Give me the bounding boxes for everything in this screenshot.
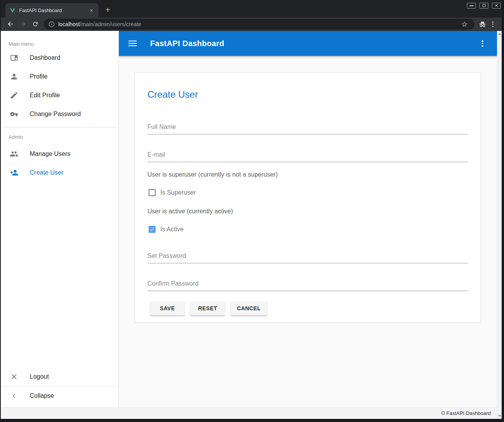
reset-button[interactable]: RESET [190, 301, 225, 315]
back-arrow-icon [7, 20, 14, 28]
sidebar-item-label: Manage Users [30, 150, 70, 157]
is-superuser-label: Is Superuser [160, 189, 196, 196]
sidebar-item-logout[interactable]: Logout [1, 367, 118, 386]
sidebar-item-profile[interactable]: Profile [1, 67, 118, 86]
close-icon [9, 372, 19, 381]
pencil-icon [9, 91, 19, 100]
browser-titlebar: FastAPI Dashboard ✕ + ✕ [1, 0, 502, 18]
save-button[interactable]: SAVE [150, 301, 185, 315]
scroll-down-arrow-icon[interactable] [498, 415, 501, 417]
app-title: FastAPI Dashboard [150, 39, 224, 48]
star-outline-icon [461, 21, 468, 28]
sidebar-item-dashboard[interactable]: Dashboard [1, 48, 118, 67]
sidebar-section-label-admin: Admin [1, 127, 118, 145]
tab-title: FastAPI Dashboard [19, 8, 88, 13]
create-user-card: Create User User is superuser (currently… [135, 72, 481, 323]
url-host: localhost [58, 21, 80, 27]
forward-arrow-icon [19, 20, 27, 28]
browser-tab[interactable]: FastAPI Dashboard ✕ [5, 3, 99, 18]
kebab-menu-icon [482, 40, 483, 47]
page-title: Create User [147, 73, 468, 100]
copyright-text: © FastAPI Dashboard [441, 410, 491, 416]
browser-toolbar: localhost/main/admin/users/create [1, 18, 502, 31]
browser-window: FastAPI Dashboard ✕ + ✕ [0, 0, 504, 422]
url-path: /main/admin/users/create [80, 21, 141, 27]
group-icon [9, 149, 19, 159]
info-icon [48, 21, 55, 27]
window-controls: ✕ [467, 3, 501, 9]
checkbox-checked-icon[interactable] [149, 226, 156, 233]
person-icon [9, 72, 19, 81]
is-superuser-checkbox-row[interactable]: Is Superuser [149, 189, 468, 197]
sidebar-item-label: Collapse [30, 392, 54, 399]
sidebar-item-create-user[interactable]: Create User [1, 163, 118, 182]
tab-close-icon[interactable]: ✕ [88, 7, 95, 14]
sidebar-item-label: Profile [30, 73, 47, 80]
hamburger-menu-button[interactable] [128, 41, 137, 46]
navigation-drawer: Main menu Dashboard Profile [1, 31, 119, 407]
minimize-icon [470, 5, 474, 6]
full-name-field[interactable] [147, 123, 468, 134]
form-actions: SAVE RESET CANCEL [150, 301, 468, 315]
kebab-menu-icon [492, 21, 493, 27]
scroll-up-arrow-icon[interactable] [498, 33, 501, 35]
main-content: Create User User is superuser (currently… [119, 56, 497, 407]
bookmark-button[interactable] [459, 19, 470, 29]
window-minimize-button[interactable] [467, 3, 476, 9]
sidebar-item-label: Create User [30, 169, 63, 176]
close-window-icon: ✕ [495, 4, 498, 8]
address-bar[interactable]: localhost/main/admin/users/create [44, 19, 474, 30]
maximize-icon [482, 4, 486, 7]
back-button[interactable] [5, 20, 15, 29]
incognito-indicator [477, 19, 488, 29]
sidebar-item-change-password[interactable]: Change Password [1, 105, 118, 123]
forward-button[interactable] [18, 20, 27, 29]
email-field[interactable] [147, 151, 468, 162]
sidebar-item-label: Change Password [30, 111, 81, 118]
sidebar-item-label: Logout [30, 373, 49, 380]
sidebar-item-collapse[interactable]: Collapse [1, 386, 118, 405]
sidebar-item-label: Dashboard [30, 54, 60, 61]
key-icon [9, 109, 19, 119]
sidebar-item-edit-profile[interactable]: Edit Profile [1, 86, 118, 105]
app-page: Main menu Dashboard Profile [1, 31, 502, 419]
sidebar-bottom: Logout Collapse [1, 367, 118, 405]
app-footer: © FastAPI Dashboard [1, 407, 497, 419]
active-hint: User is active (currently active) [147, 208, 468, 215]
app-toolbar: FastAPI Dashboard [119, 31, 497, 56]
superuser-hint: User is superuser (currently is not a su… [147, 171, 468, 178]
set-password-field[interactable] [147, 252, 468, 263]
web-icon [9, 53, 19, 63]
person-add-icon [9, 168, 19, 177]
checkbox-unchecked-icon[interactable] [149, 189, 156, 196]
cancel-button[interactable]: CANCEL [231, 301, 267, 315]
window-maximize-button[interactable] [479, 3, 488, 9]
confirm-password-field[interactable] [147, 280, 468, 291]
sidebar-item-label: Edit Profile [30, 92, 60, 99]
page-scrollbar[interactable] [497, 31, 502, 419]
reload-button[interactable] [30, 20, 40, 29]
vue-favicon-icon [9, 7, 16, 14]
sidebar-item-manage-users[interactable]: Manage Users [1, 145, 118, 163]
sidebar-section-label-main: Main menu [1, 31, 118, 48]
window-close-button[interactable]: ✕ [492, 3, 501, 9]
browser-menu-button[interactable] [488, 19, 498, 29]
new-tab-button[interactable]: + [103, 5, 113, 15]
reload-icon [32, 21, 39, 27]
is-active-checkbox-row[interactable]: Is Active [149, 225, 468, 233]
incognito-icon [479, 20, 486, 28]
is-active-label: Is Active [160, 226, 184, 233]
chevron-left-icon [9, 391, 19, 401]
url-text[interactable]: localhost/main/admin/users/create [58, 21, 141, 27]
app-menu-button[interactable] [477, 38, 488, 48]
